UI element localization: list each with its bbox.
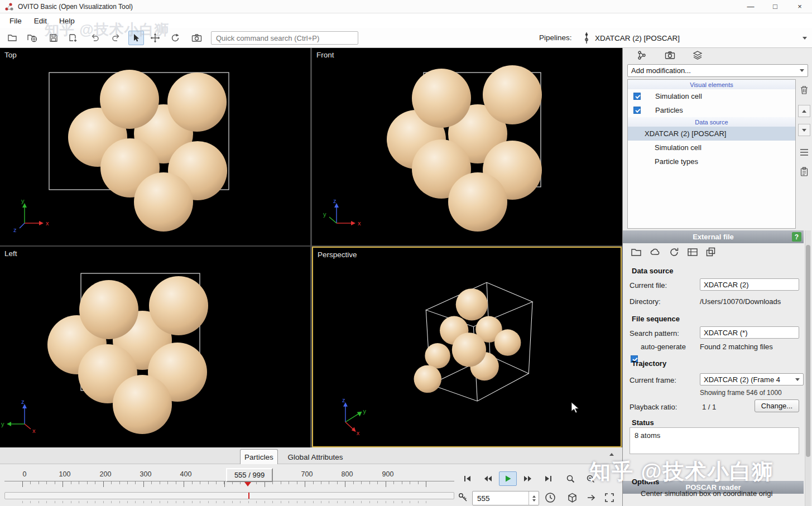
- chevron-down-icon: [802, 129, 806, 132]
- spinner-arrows[interactable]: [528, 491, 539, 505]
- chevron-down-icon: [795, 378, 800, 381]
- pick-remote-file-button[interactable]: [649, 247, 661, 259]
- toggle-list-view-button[interactable]: [798, 146, 810, 158]
- watermark-ghost: 知乎 @技术小白狮: [45, 20, 170, 40]
- camera-icon: [191, 33, 202, 43]
- chevron-down-icon: [803, 37, 807, 40]
- snapshot-button[interactable]: [189, 31, 204, 45]
- command-search-input[interactable]: [211, 31, 358, 45]
- list-item-simulation-cell[interactable]: Simulation cell: [628, 89, 795, 103]
- auto-generate-label: auto-generate: [641, 343, 686, 351]
- ruler-label: 300: [140, 470, 152, 478]
- export-icon-button[interactable]: [586, 493, 597, 503]
- pipeline-selector[interactable]: XDATCAR (2) [POSCAR]: [583, 30, 811, 46]
- copy-pipeline-button[interactable]: [798, 165, 810, 177]
- showing-frame-text: Showing frame 546 of 1000: [700, 389, 782, 397]
- frame-spinbox-input[interactable]: [473, 494, 528, 503]
- open-remote-file-button[interactable]: [25, 31, 40, 45]
- tab-global-attributes[interactable]: Global Attributes: [280, 450, 350, 464]
- viewport-perspective-label: Perspective: [318, 250, 357, 259]
- table-icon: [687, 247, 698, 258]
- expand-inspector-button[interactable]: [609, 453, 614, 456]
- center-simulation-box-label: Center simulation box on coordinate orig…: [641, 489, 811, 498]
- minimize-button[interactable]: —: [738, 0, 763, 13]
- add-modification-dropdown[interactable]: Add modification...: [627, 64, 808, 77]
- viewport-perspective[interactable]: Perspective z y: [312, 247, 622, 447]
- skip-start-icon: [463, 475, 472, 483]
- jump-first-frame-button[interactable]: [459, 471, 477, 486]
- render-active-viewport-button[interactable]: [566, 491, 579, 504]
- reload-file-button[interactable]: [669, 247, 680, 259]
- modify-tab-button[interactable]: [631, 49, 653, 62]
- list-item-source[interactable]: XDATCAR (2) [POSCAR]: [628, 127, 795, 141]
- list-item-label: Particles: [655, 106, 683, 114]
- import-table-button[interactable]: [687, 247, 698, 259]
- frame-position-marker[interactable]: [244, 482, 251, 486]
- animation-time-button[interactable]: [545, 492, 556, 504]
- particles-checkbox[interactable]: [633, 107, 641, 114]
- chevron-down-icon: [800, 69, 804, 72]
- simulation-cell-checkbox[interactable]: [633, 93, 641, 100]
- cube-icon: [566, 491, 579, 504]
- copy-icon: [705, 247, 717, 258]
- svg-text:x: x: [357, 430, 360, 436]
- animation-settings-button[interactable]: [458, 492, 469, 503]
- chevron-up-icon: [802, 110, 806, 113]
- list-item-particles[interactable]: Particles: [628, 103, 795, 117]
- overlays-tab-button[interactable]: [686, 49, 709, 62]
- delete-modifier-button[interactable]: [798, 84, 810, 96]
- move-modifier-down-button[interactable]: [798, 124, 810, 136]
- mouse-cursor: [570, 402, 582, 414]
- playback-ratio-label: Playback ratio:: [630, 403, 677, 411]
- frame-spinbox[interactable]: [472, 491, 539, 505]
- maximize-viewport-button[interactable]: [604, 492, 615, 503]
- move-modifier-up-button[interactable]: [798, 105, 810, 117]
- previous-frame-button[interactable]: [479, 471, 497, 486]
- panel-scrollbar[interactable]: [805, 230, 811, 506]
- pick-file-button[interactable]: [631, 247, 642, 259]
- current-frame-indicator[interactable]: 555 / 999: [226, 468, 273, 482]
- open-file-button[interactable]: [4, 31, 20, 45]
- current-file-field[interactable]: XDATCAR (2): [700, 278, 799, 291]
- current-frame-dropdown[interactable]: XDATCAR (2) (Frame 4: [700, 373, 804, 385]
- next-frame-button[interactable]: [519, 471, 537, 486]
- list-item-particle-types[interactable]: Particle types: [628, 155, 795, 168]
- ruler-label: 200: [100, 470, 112, 478]
- clock-icon: [545, 492, 556, 504]
- help-button[interactable]: ?: [792, 232, 801, 242]
- viewport-top[interactable]: Top y x z: [0, 48, 310, 245]
- viewport-front[interactable]: Front z x y: [312, 48, 622, 245]
- close-button[interactable]: ×: [787, 0, 812, 13]
- source-item-label: XDATCAR (2) [POSCAR]: [645, 129, 726, 138]
- search-pattern-label: Search pattern:: [630, 329, 679, 338]
- jump-last-frame-button[interactable]: [539, 471, 557, 486]
- search-pattern-field[interactable]: XDATCAR (*): [700, 326, 799, 339]
- svg-text:z: z: [21, 398, 25, 405]
- render-tab-button[interactable]: [659, 49, 681, 62]
- scrollbar-thumb[interactable]: [806, 245, 810, 457]
- viewport-front-label: Front: [316, 51, 334, 59]
- change-playback-ratio-button[interactable]: Change...: [755, 399, 799, 412]
- frame-slider-handle[interactable]: [248, 493, 249, 499]
- layers-icon: [693, 50, 703, 60]
- rotate-mode-button[interactable]: [167, 31, 183, 45]
- zoom-timeline-out-button[interactable]: [561, 471, 579, 486]
- duplicate-button[interactable]: [705, 247, 717, 259]
- list-item-label: Particle types: [655, 157, 698, 166]
- list-item-source-cell[interactable]: Simulation cell: [628, 141, 795, 155]
- spin-down-icon: [532, 499, 536, 502]
- viewport-perspective-canvas: z y x: [313, 248, 621, 446]
- frame-slider-track[interactable]: [4, 492, 454, 499]
- pipeline-branch-icon: [637, 50, 647, 60]
- external-file-title: External file: [693, 233, 734, 241]
- viewport-left[interactable]: Left z y x: [0, 247, 310, 447]
- maximize-button[interactable]: □: [763, 0, 787, 13]
- tab-particles[interactable]: Particles: [240, 449, 278, 464]
- play-button[interactable]: [499, 471, 517, 486]
- svg-text:x: x: [46, 220, 49, 227]
- data-inspector-tabs: Particles Global Attributes: [0, 447, 622, 464]
- matching-files-text: Found 2 matching files: [700, 343, 773, 351]
- menu-file[interactable]: File: [4, 15, 27, 27]
- app-logo-icon: [4, 2, 13, 11]
- status-section-label: Status: [632, 418, 654, 427]
